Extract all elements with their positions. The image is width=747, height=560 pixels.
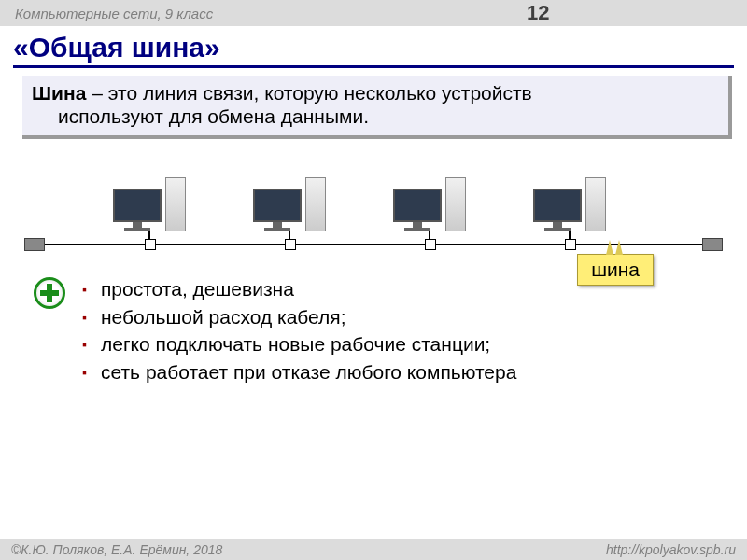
plus-icon [34, 277, 65, 309]
page-number: 12 [527, 1, 732, 25]
list-item: легко подключать новые рабочие станции; [82, 330, 516, 357]
definition-line1: – это линия связи, которую несколько уст… [86, 82, 531, 104]
slide-title: «Общая шина» [0, 26, 747, 65]
course-title: Компьютерные сети, 9 класс [15, 6, 527, 21]
list-item: простота, дешевизна [82, 275, 516, 302]
list-item: небольшой расход кабеля; [82, 303, 516, 330]
list-item: сеть работает при отказе любого компьюте… [82, 358, 516, 385]
bus-label-callout: шина [577, 254, 654, 286]
footer-copyright: ©К.Ю. Поляков, Е.А. Ерёмин, 2018 [11, 542, 606, 557]
terminator-right-icon [695, 238, 723, 251]
definition-box: Шина – это линия связи, которую нескольк… [22, 76, 732, 139]
computer-icon [514, 177, 626, 231]
definition-term: Шина [32, 82, 86, 104]
computer-icon [93, 177, 205, 231]
terminator-left-icon [24, 238, 52, 251]
footer-url: http://kpolyakov.spb.ru [606, 542, 736, 557]
title-underline [13, 65, 734, 68]
advantages-list: простота, дешевизна небольшой расход каб… [82, 275, 516, 385]
computer-icon [374, 177, 486, 231]
definition-line2: используют для обмена данными. [32, 105, 719, 128]
advantages-block: простота, дешевизна небольшой расход каб… [34, 275, 728, 385]
computer-icon [233, 177, 345, 231]
slide-footer: ©К.Ю. Поляков, Е.А. Ерёмин, 2018 http://… [0, 539, 747, 560]
slide-header: Компьютерные сети, 9 класс 12 [0, 0, 747, 26]
